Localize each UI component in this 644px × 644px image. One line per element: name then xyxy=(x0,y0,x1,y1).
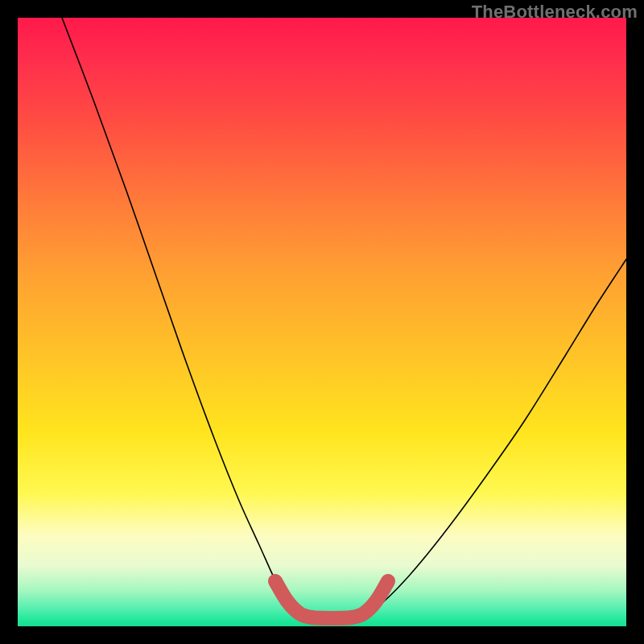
chart-frame: TheBottleneck.com xyxy=(0,0,644,644)
plot-area xyxy=(18,18,626,626)
bottleneck-curve-right xyxy=(356,259,626,618)
bottleneck-curve-left xyxy=(62,18,308,618)
curve-layer xyxy=(18,18,626,626)
watermark-text: TheBottleneck.com xyxy=(472,2,638,23)
optimal-zone xyxy=(275,581,388,618)
